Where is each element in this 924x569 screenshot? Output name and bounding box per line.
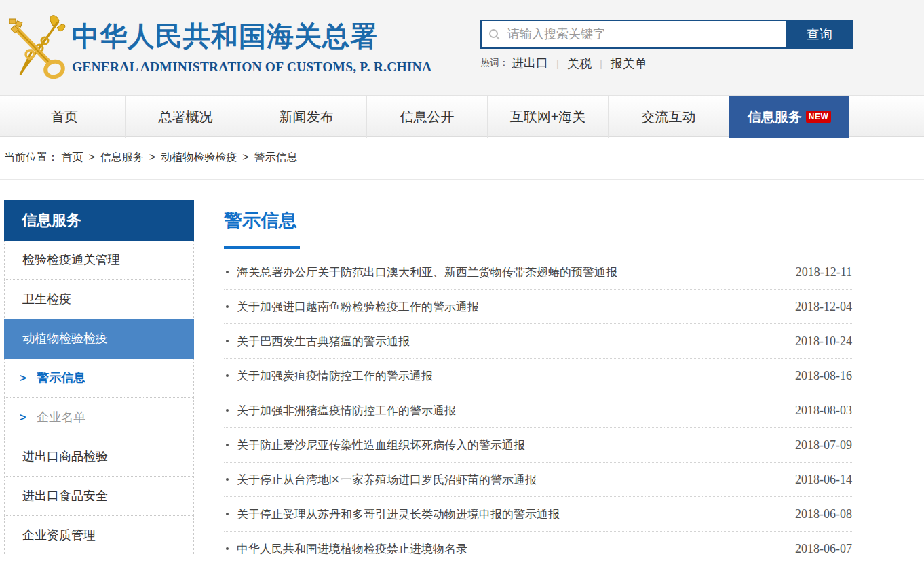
news-row: 关于加强非洲猪瘟疫情防控工作的警示通报 2018-08-03	[224, 393, 852, 428]
bullet-icon	[226, 513, 229, 515]
bullet-icon	[226, 409, 229, 412]
nav-item-label: 互联网+海关	[510, 109, 586, 124]
search-area: 查询 热词： |进出口|关税|报关单	[480, 20, 853, 72]
breadcrumb-link[interactable]: 信息服务	[100, 151, 144, 163]
bullet-icon	[226, 444, 229, 446]
sidebar-item-label: 卫生检疫	[22, 292, 71, 306]
news-link[interactable]: 关于巴西发生古典猪瘟的警示通报	[237, 334, 782, 349]
sidebar-menu: >检验检疫通关管理 >卫生检疫 >动植物检验检疫 >警示信息 >企业名单 >进出…	[4, 241, 194, 555]
main-nav: 首页 总署概况 新闻发布 信息公开 互联网+海关 交流互动 信息服务NEW	[0, 95, 924, 137]
customs-emblem-icon	[5, 12, 68, 80]
hotwords-row: 热词： |进出口|关税|报关单	[480, 55, 853, 72]
nav-item[interactable]: 交流互动	[608, 96, 729, 138]
sidebar-item[interactable]: >企业名单	[4, 398, 194, 437]
sidebar-item-label: 进出口食品安全	[22, 489, 108, 503]
breadcrumb-item: >信息服务	[83, 151, 143, 163]
brand-logo-block[interactable]: 中华人民共和国海关总署 GENERAL ADMINISTRATION OF CU…	[5, 12, 431, 80]
nav-item-label: 新闻发布	[280, 109, 334, 124]
chevron-right-icon: >	[20, 372, 26, 384]
bullet-icon	[226, 271, 229, 273]
breadcrumb-items: >首页>信息服务>动植物检验检疫>警示信息	[58, 151, 297, 163]
news-link[interactable]: 关于停止从台湾地区一家养殖场进口罗氏沼虾苗的警示通报	[237, 472, 782, 488]
news-row: 中华人民共和国进境植物检疫禁止进境物名录 2018-06-07	[224, 532, 852, 566]
search-button[interactable]: 查询	[786, 20, 853, 49]
sidebar-item[interactable]: >动植物检验检疫	[4, 319, 194, 359]
hotwords-list: |进出口|关税|报关单	[512, 55, 647, 72]
hotword: |进出口	[512, 55, 548, 71]
sidebar: 信息服务 >检验检疫通关管理 >卫生检疫 >动植物检验检疫 >警示信息 >企业名…	[4, 200, 194, 566]
search-input[interactable]	[506, 26, 779, 42]
news-link[interactable]: 中华人民共和国进境植物检疫禁止进境物名录	[237, 541, 782, 557]
news-link[interactable]: 关于停止受理从苏丹和多哥引进灵长类动物进境申报的警示通报	[237, 507, 782, 522]
news-row: 海关总署办公厅关于防范出口澳大利亚、新西兰货物传带茶翅蝽的预警通报 2018-1…	[224, 255, 852, 290]
news-date: 2018-07-09	[795, 438, 852, 452]
chevron-right-icon: >	[20, 412, 26, 423]
nav-item-label: 交流互动	[642, 109, 696, 124]
breadcrumb-separator: >	[88, 151, 94, 163]
hotword-separator: |	[556, 58, 559, 69]
sidebar-item[interactable]: >企业资质管理	[4, 516, 194, 555]
sidebar-title: 信息服务	[4, 200, 194, 241]
nav-item[interactable]: 首页	[4, 96, 125, 138]
sidebar-item-label: 企业名单	[37, 410, 85, 424]
nav-item[interactable]: 信息服务NEW	[729, 96, 849, 138]
news-link[interactable]: 关于加强非洲猪瘟疫情防控工作的警示通报	[237, 403, 782, 418]
sidebar-item[interactable]: >进出口食品安全	[4, 477, 194, 516]
site-title-english: GENERAL ADMINISTRATION OF CUSTOMS, P. R.…	[72, 60, 431, 75]
hotword-link[interactable]: 报关单	[611, 56, 647, 72]
nav-item[interactable]: 总署概况	[125, 96, 246, 138]
news-date: 2018-12-04	[795, 300, 852, 314]
sidebar-item-label: 企业资质管理	[22, 528, 96, 542]
breadcrumb: 当前位置： >首页>信息服务>动植物检验检疫>警示信息	[4, 137, 852, 179]
bullet-icon	[226, 340, 229, 342]
news-row: 关于停止受理从苏丹和多哥引进灵长类动物进境申报的警示通报 2018-06-08	[224, 497, 852, 532]
sidebar-item-label: 动植物检验检疫	[22, 332, 108, 345]
nav-item-label: 信息服务	[748, 109, 802, 124]
news-row: 关于巴西发生古典猪瘟的警示通报 2018-10-24	[224, 324, 852, 359]
nav-items: 首页 总署概况 新闻发布 信息公开 互联网+海关 交流互动 信息服务NEW	[4, 96, 852, 138]
hotword-separator: |	[600, 58, 602, 69]
page: 中华人民共和国海关总署 GENERAL ADMINISTRATION OF CU…	[0, 0, 924, 566]
breadcrumb-separator: >	[149, 151, 155, 163]
sidebar-item[interactable]: >警示信息	[4, 359, 194, 398]
nav-item[interactable]: 信息公开	[366, 96, 487, 138]
bullet-icon	[226, 305, 229, 308]
page-title: 警示信息	[224, 208, 852, 233]
news-row: 关于加强进口越南鱼粉检验检疫工作的警示通报 2018-12-04	[224, 290, 852, 324]
new-badge: NEW	[806, 111, 832, 123]
breadcrumb-item: >动植物检验检疫	[144, 151, 237, 163]
site-header: 中华人民共和国海关总署 GENERAL ADMINISTRATION OF CU…	[0, 0, 924, 95]
breadcrumb-link[interactable]: 警示信息	[254, 151, 297, 163]
sidebar-item[interactable]: >卫生检疫	[4, 280, 194, 319]
sidebar-item[interactable]: >检验检疫通关管理	[4, 241, 194, 280]
breadcrumb-link[interactable]: 首页	[61, 151, 83, 163]
news-date: 2018-08-16	[795, 369, 852, 383]
news-date: 2018-06-14	[795, 473, 852, 487]
page-title-block: 警示信息	[224, 200, 852, 248]
nav-item[interactable]: 互联网+海关	[487, 96, 608, 138]
breadcrumb-bar: 当前位置： >首页>信息服务>动植物检验检疫>警示信息	[0, 137, 924, 180]
search-box	[480, 20, 786, 49]
sidebar-item-label: 检验检疫通关管理	[22, 253, 120, 267]
news-link[interactable]: 关于加强炭疽疫情防控工作的警示通报	[237, 368, 782, 384]
news-link[interactable]: 关于防止爱沙尼亚传染性造血组织坏死病传入的警示通报	[237, 437, 782, 453]
news-list: 海关总署办公厅关于防范出口澳大利亚、新西兰货物传带茶翅蝽的预警通报 2018-1…	[224, 255, 852, 566]
hotword-link[interactable]: 进出口	[512, 55, 548, 71]
news-link[interactable]: 关于加强进口越南鱼粉检验检疫工作的警示通报	[237, 299, 782, 315]
sidebar-item-label: 警示信息	[37, 371, 85, 385]
brand-text: 中华人民共和国海关总署 GENERAL ADMINISTRATION OF CU…	[72, 18, 431, 75]
news-date: 2018-10-24	[795, 334, 852, 349]
sidebar-item[interactable]: >进出口商品检验	[4, 437, 194, 477]
nav-item-label: 信息公开	[400, 109, 455, 124]
breadcrumb-link[interactable]: 动植物检验检疫	[161, 151, 237, 163]
nav-item-label: 总署概况	[159, 109, 213, 124]
nav-item[interactable]: 新闻发布	[246, 96, 366, 138]
bullet-icon	[226, 478, 229, 481]
news-row: 关于停止从台湾地区一家养殖场进口罗氏沼虾苗的警示通报 2018-06-14	[224, 463, 852, 497]
hotword-link[interactable]: 关税	[567, 56, 592, 72]
content: 信息服务 >检验检疫通关管理 >卫生检疫 >动植物检验检疫 >警示信息 >企业名…	[4, 200, 852, 566]
news-link[interactable]: 海关总署办公厅关于防范出口澳大利亚、新西兰货物传带茶翅蝽的预警通报	[237, 264, 782, 280]
hotword: |报关单	[592, 56, 647, 72]
news-row: 关于防止爱沙尼亚传染性造血组织坏死病传入的警示通报 2018-07-09	[224, 428, 852, 463]
news-date: 2018-06-07	[795, 542, 852, 556]
